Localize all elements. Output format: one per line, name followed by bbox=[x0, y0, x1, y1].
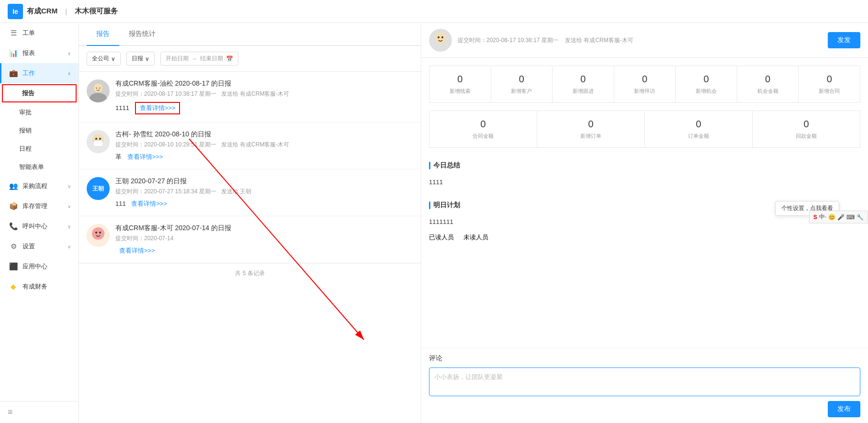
sidebar-label-procurement: 采购流程 bbox=[23, 182, 63, 190]
work-arrow-icon: ∧ bbox=[68, 71, 71, 76]
sidebar-sub-item-zhineng[interactable]: 智能表单 bbox=[0, 158, 79, 176]
avatar-image-4 bbox=[87, 224, 110, 247]
report-title: 王朝 2020-07-27 的日报 bbox=[115, 177, 413, 186]
svg-point-13 bbox=[99, 232, 101, 234]
stat-cell-jihuijine: 0 机会金额 bbox=[737, 66, 799, 102]
settings-arrow-icon: ∨ bbox=[68, 244, 71, 249]
inventory-icon: 📦 bbox=[9, 202, 18, 211]
period-filter-arrow: ∨ bbox=[145, 56, 149, 62]
callcenter-arrow-icon: ∨ bbox=[68, 224, 71, 229]
stat-cell-jihuix: 0 新增机会 bbox=[676, 66, 737, 102]
report-content: 王朝 2020-07-27 的日报 提交时间：2020-07-27 15:18:… bbox=[115, 177, 413, 208]
stat-label: 合同金额 bbox=[433, 133, 533, 140]
view-detail-link-1[interactable]: 查看详情>>> bbox=[135, 102, 180, 114]
avatar-image-2 bbox=[87, 130, 110, 153]
report-item[interactable]: 有成CRM客服-木可 2020-07-14 的日报 提交时间：2020-07-1… bbox=[79, 216, 421, 263]
stats-grid-2: 0 合同金额 0 新增订单 0 订单金额 0 回款金额 bbox=[429, 111, 860, 148]
sidebar-label-report: 报表 bbox=[23, 49, 63, 57]
company-filter[interactable]: 全公司 ∨ bbox=[87, 52, 121, 66]
view-detail-link-3[interactable]: 查看详情>>> bbox=[131, 200, 167, 208]
stat-label: 新增跟进 bbox=[556, 88, 610, 95]
comment-section: 评论 小小表扬，让团队更凝聚 发布 bbox=[421, 348, 868, 423]
sidebar-item-appcenter[interactable]: ⬛ 应用中心 bbox=[0, 256, 79, 277]
avatar bbox=[87, 130, 110, 153]
report-list: 有成CRM客服-油松 2020-08-17 的日报 提交时间：2020-08-1… bbox=[79, 72, 421, 423]
sub-label-baoxiao: 报销 bbox=[19, 126, 32, 135]
calendar-icon: 📅 bbox=[226, 56, 233, 62]
filters: 全公司 ∨ 日报 ∨ 开始日期 → 结束日期 📅 bbox=[79, 46, 421, 72]
app-logo: Ie 有成CRM | 木木很可服务 bbox=[8, 4, 118, 19]
sidebar-item-procurement[interactable]: 👥 采购流程 ∨ bbox=[0, 176, 79, 196]
sidebar-item-workorder[interactable]: ☰ 工单 bbox=[0, 23, 79, 43]
stat-number: 0 bbox=[541, 119, 641, 130]
tab-tongji[interactable]: 报告统计 bbox=[119, 23, 165, 46]
finance-icon: ◆ bbox=[9, 282, 18, 291]
sidebar-item-finance[interactable]: ◆ 有成财务 bbox=[0, 277, 79, 297]
callcenter-icon: 📞 bbox=[9, 222, 18, 231]
stat-cell-hetongjine: 0 合同金额 bbox=[429, 111, 537, 147]
svg-point-11 bbox=[92, 227, 104, 240]
sidebar-item-work[interactable]: 💼 工作 ∧ bbox=[0, 63, 79, 83]
sidebar-label-callcenter: 呼叫中心 bbox=[23, 222, 63, 231]
detail-header-info: 提交时间：2020-08-17 10:38:17 星期一 发送给 有成CRM客服… bbox=[458, 36, 822, 45]
stat-cell-baifang: 0 新增拜访 bbox=[614, 66, 676, 102]
report-title: 有成CRM客服-油松 2020-08-17 的日报 bbox=[115, 79, 413, 88]
report-item[interactable]: 有成CRM客服-油松 2020-08-17 的日报 提交时间：2020-08-1… bbox=[79, 72, 421, 122]
ime-icon: S bbox=[813, 214, 817, 221]
main-layout: ☰ 工单 📊 报表 ∨ 💼 工作 ∧ 报告 审批 报销 日程 智能表单 bbox=[0, 23, 868, 423]
sidebar-sub-item-baogao[interactable]: 报告 bbox=[2, 84, 77, 102]
period-filter[interactable]: 日报 ∨ bbox=[126, 52, 155, 66]
stat-cell-dingdan: 0 新增订单 bbox=[537, 111, 644, 147]
stat-number: 0 bbox=[756, 119, 856, 130]
report-item[interactable]: 古柯- 孙雪红 2020-08-10 的日报 提交时间：2020-08-10 1… bbox=[79, 122, 421, 169]
avatar: 王朝 bbox=[87, 177, 110, 200]
report-meta: 提交时间：2020-08-17 10:38:17 星期一 发送给 有成CRM客服… bbox=[115, 90, 413, 98]
sidebar-label-inventory: 库存管理 bbox=[23, 202, 63, 211]
sidebar-item-callcenter[interactable]: 📞 呼叫中心 ∨ bbox=[0, 216, 79, 236]
report-preview: 革 查看详情>>> bbox=[115, 153, 413, 161]
stat-label: 订单金额 bbox=[649, 133, 748, 140]
sidebar-sub-item-baoxiao[interactable]: 报销 bbox=[0, 122, 79, 140]
avatar-image bbox=[87, 79, 110, 102]
procurement-arrow-icon: ∨ bbox=[68, 184, 71, 189]
sidebar-sub-item-shenpi[interactable]: 审批 bbox=[0, 103, 79, 122]
svg-point-16 bbox=[438, 36, 440, 38]
comment-title: 评论 bbox=[429, 354, 860, 363]
comment-input[interactable]: 小小表扬，让团队更凝聚 bbox=[429, 367, 860, 396]
readers-row: 已读人员 未读人员 bbox=[429, 229, 860, 245]
view-detail-link-2[interactable]: 查看详情>>> bbox=[127, 153, 163, 161]
sidebar-label-workorder: 工单 bbox=[23, 29, 71, 37]
detail-panel: 提交时间：2020-08-17 10:38:17 星期一 发送给 有成CRM客服… bbox=[421, 23, 868, 423]
tab-baogao[interactable]: 报告 bbox=[87, 23, 119, 46]
date-end-label: 结束日期 bbox=[200, 55, 223, 63]
app-title: 有成CRM bbox=[27, 7, 57, 16]
report-preview: 1111 查看详情>>> bbox=[115, 102, 413, 114]
sidebar-item-settings[interactable]: ⚙ 设置 ∨ bbox=[0, 236, 79, 256]
stat-cell-dingdanjine: 0 订单金额 bbox=[645, 111, 752, 147]
publish-button[interactable]: 发布 bbox=[828, 401, 860, 417]
report-title: 古柯- 孙雪红 2020-08-10 的日报 bbox=[115, 130, 413, 139]
send-button[interactable]: 发发 bbox=[828, 32, 860, 48]
settings-icon: ⚙ bbox=[9, 242, 18, 251]
stat-cell-hetong: 0 新增合同 bbox=[799, 66, 860, 102]
readers-label: 已读人员 bbox=[429, 233, 454, 242]
stat-cell-huikuan: 0 回款金额 bbox=[753, 111, 860, 147]
report-icon: 📊 bbox=[9, 49, 18, 57]
sidebar-item-inventory[interactable]: 📦 库存管理 ∨ bbox=[0, 196, 79, 216]
stat-number: 0 bbox=[433, 74, 487, 85]
sidebar-sub-item-richeng[interactable]: 日程 bbox=[0, 140, 79, 158]
svg-point-1 bbox=[90, 93, 107, 102]
workorder-icon: ☰ bbox=[9, 29, 18, 37]
report-item[interactable]: 王朝 王朝 2020-07-27 的日报 提交时间：2020-07-27 15:… bbox=[79, 169, 421, 216]
report-meta: 提交时间：2020-07-14 bbox=[115, 234, 413, 243]
content-area: 报告 报告统计 全公司 ∨ 日报 ∨ 开始日期 → 结束日期 📅 bbox=[79, 23, 868, 423]
detail-send-to: 发送给 有成CRM客服-木可 bbox=[565, 37, 633, 44]
inventory-arrow-icon: ∨ bbox=[68, 204, 71, 209]
topbar: Ie 有成CRM | 木木很可服务 bbox=[0, 0, 868, 23]
sidebar-collapse-btn[interactable]: ≡ bbox=[0, 401, 79, 423]
svg-line-3 bbox=[96, 88, 97, 89]
view-detail-link-4[interactable]: 查看详情>>> bbox=[119, 246, 155, 255]
sidebar-item-report[interactable]: 📊 报表 ∨ bbox=[0, 43, 79, 63]
date-range-filter[interactable]: 开始日期 → 结束日期 📅 bbox=[160, 52, 238, 66]
report-content: 有成CRM客服-木可 2020-07-14 的日报 提交时间：2020-07-1… bbox=[115, 224, 413, 255]
